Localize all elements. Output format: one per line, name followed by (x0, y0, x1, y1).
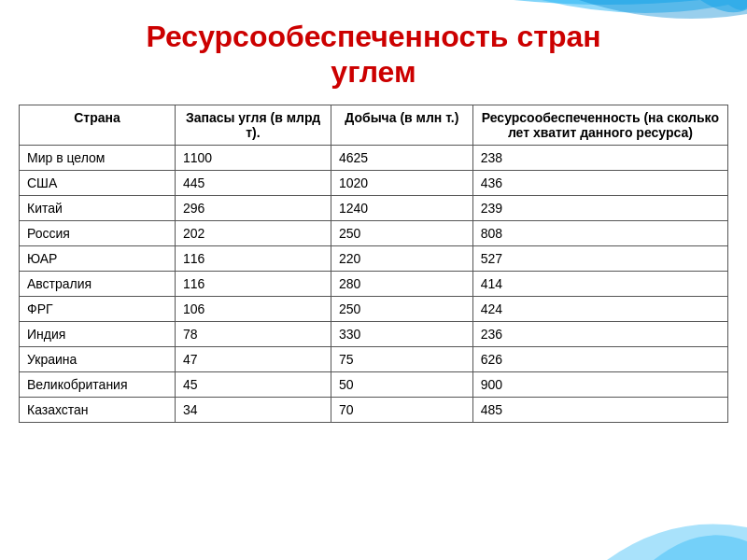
cell-reserves: 1100 (175, 145, 331, 170)
cell-production: 330 (331, 321, 472, 346)
cell-production: 1020 (331, 170, 472, 195)
cell-resource: 436 (472, 170, 727, 195)
cell-country: Россия (20, 220, 176, 245)
cell-country: Великобритания (20, 371, 176, 397)
cell-country: Индия (20, 321, 176, 346)
cell-reserves: 445 (175, 170, 331, 195)
cell-country: Китай (20, 195, 176, 220)
table-row: Казахстан3470485 (20, 397, 728, 422)
header-country: Страна (20, 105, 176, 145)
cell-resource: 414 (472, 271, 727, 296)
cell-production: 4625 (331, 145, 472, 170)
cell-country: США (20, 170, 176, 195)
header-production: Добыча (в млн т.) (331, 105, 472, 145)
page-title: Ресурсообеспеченность стран углем (19, 9, 728, 91)
cell-resource: 485 (472, 397, 727, 422)
cell-resource: 527 (472, 245, 727, 271)
table-row: Мир в целом11004625238 (20, 145, 728, 170)
table-row: Австралия116280414 (20, 271, 728, 296)
table-row: Великобритания4550900 (20, 371, 728, 397)
cell-production: 220 (331, 245, 472, 271)
cell-reserves: 106 (175, 296, 331, 321)
cell-production: 50 (331, 371, 472, 397)
cell-resource: 239 (472, 195, 727, 220)
cell-resource: 424 (472, 296, 727, 321)
cell-country: ЮАР (20, 245, 176, 271)
cell-reserves: 47 (175, 346, 331, 371)
table-row: ЮАР116220527 (20, 245, 728, 271)
cell-resource: 626 (472, 346, 727, 371)
cell-production: 250 (331, 296, 472, 321)
table-row: Китай2961240239 (20, 195, 728, 220)
cell-reserves: 45 (175, 371, 331, 397)
table-row: ФРГ106250424 (20, 296, 728, 321)
cell-reserves: 34 (175, 397, 331, 422)
cell-country: Австралия (20, 271, 176, 296)
cell-reserves: 202 (175, 220, 331, 245)
cell-country: Украина (20, 346, 176, 371)
cell-reserves: 296 (175, 195, 331, 220)
cell-reserves: 116 (175, 245, 331, 271)
cell-resource: 900 (472, 371, 727, 397)
cell-country: Казахстан (20, 397, 176, 422)
header-reserves: Запасы угля (в млрд т). (175, 105, 331, 145)
cell-resource: 236 (472, 321, 727, 346)
resource-table: Страна Запасы угля (в млрд т). Добыча (в… (19, 105, 728, 423)
cell-production: 75 (331, 346, 472, 371)
table-row: Россия202250808 (20, 220, 728, 245)
table-row: Украина4775626 (20, 346, 728, 371)
cell-production: 280 (331, 271, 472, 296)
cell-resource: 238 (472, 145, 727, 170)
cell-reserves: 116 (175, 271, 331, 296)
table-header-row: Страна Запасы угля (в млрд т). Добыча (в… (20, 105, 728, 145)
cell-reserves: 78 (175, 321, 331, 346)
cell-country: ФРГ (20, 296, 176, 321)
cell-resource: 808 (472, 220, 727, 245)
cell-production: 70 (331, 397, 472, 422)
cell-country: Мир в целом (20, 145, 176, 170)
cell-production: 1240 (331, 195, 472, 220)
header-resource: Ресурсообеспеченность (на сколько лет хв… (472, 105, 727, 145)
table-row: Индия78330236 (20, 321, 728, 346)
cell-production: 250 (331, 220, 472, 245)
table-row: США4451020436 (20, 170, 728, 195)
